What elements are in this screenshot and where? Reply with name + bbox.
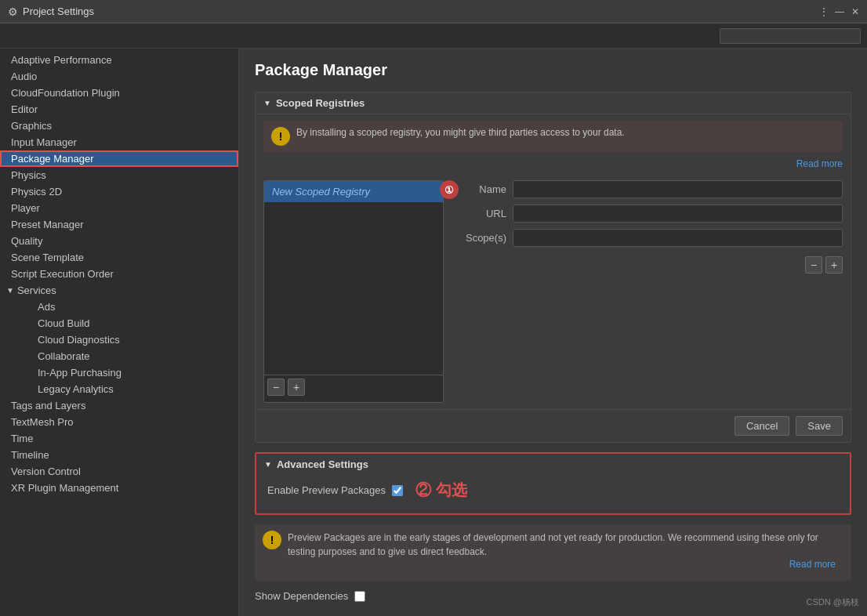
main-layout: Adaptive Performance Audio CloudFoundati… [0, 49, 867, 616]
scope-pm-controls: − + [452, 253, 843, 277]
adv-arrow: ▼ [264, 460, 272, 469]
close-btn[interactable]: ✕ [850, 6, 861, 17]
sidebar-item-cloudfoundation[interactable]: CloudFoundation Plugin [0, 85, 238, 101]
sidebar-item-physics[interactable]: Physics [0, 167, 238, 183]
sidebar-item-in-app-purchasing[interactable]: In-App Purchasing [19, 364, 238, 381]
enable-preview-row: Enable Preview Packages ② 勾选 [267, 480, 839, 501]
sidebar-item-version-control[interactable]: Version Control [0, 463, 238, 480]
settings-icon: ⚙ [8, 5, 18, 18]
sidebar-item-package-manager[interactable]: Package Manager [0, 150, 238, 167]
form-name-label: Name [452, 183, 506, 195]
form-url-row: URL [452, 205, 843, 223]
warning-text: By installing a scoped registry, you mig… [296, 127, 835, 138]
page-title: Package Manager [255, 61, 851, 79]
search-wrap [720, 28, 861, 44]
advanced-settings-header[interactable]: ▼ Advanced Settings [256, 454, 850, 475]
adv-label: Advanced Settings [277, 458, 368, 470]
sidebar-item-textmesh-pro[interactable]: TextMesh Pro [0, 414, 238, 430]
warning-icon: ! [271, 127, 290, 146]
show-dep-label: Show Dependencies [255, 590, 348, 602]
sidebar-item-quality[interactable]: Quality [0, 233, 238, 249]
sidebar-item-script-exec[interactable]: Script Execution Order [0, 266, 238, 282]
sidebar-item-timeline[interactable]: Timeline [0, 447, 238, 463]
enable-preview-label: Enable Preview Packages [267, 484, 386, 496]
form-scope-row: Scope(s) [452, 229, 843, 247]
show-dep-checkbox[interactable] [354, 591, 365, 602]
content-area: Package Manager ▼ Scoped Registries ! By… [239, 49, 867, 616]
sidebar-services-sub: Ads Cloud Build Cloud Diagnostics Collab… [0, 299, 238, 397]
sidebar: Adaptive Performance Audio CloudFoundati… [0, 49, 239, 616]
cancel-button[interactable]: Cancel [735, 416, 789, 436]
registry-body: ① New Scoped Registry − + Name [256, 174, 851, 409]
sidebar-item-adaptive-performance[interactable]: Adaptive Performance [0, 52, 238, 68]
preview-info-text: Preview Packages are in the early stages… [288, 531, 843, 559]
form-name-row: Name [452, 180, 843, 198]
minimize-btn[interactable]: — [834, 6, 845, 17]
window-title: Project Settings [23, 5, 94, 17]
services-label: Services [17, 284, 56, 296]
sidebar-item-cloud-build[interactable]: Cloud Build [19, 315, 238, 332]
sidebar-item-legacy-analytics[interactable]: Legacy Analytics [19, 381, 238, 397]
warning-box: ! By installing a scoped registry, you m… [263, 121, 843, 152]
services-arrow: ▼ [6, 286, 14, 295]
scoped-label: Scoped Registries [276, 97, 365, 109]
preview-info-box: ! Preview Packages are in the early stag… [255, 524, 851, 581]
info-icon: ! [263, 531, 281, 549]
search-input[interactable] [725, 31, 855, 42]
sidebar-item-time[interactable]: Time [0, 430, 238, 447]
sidebar-item-ads[interactable]: Ads [19, 299, 238, 315]
preview-read-more[interactable]: Read more [288, 559, 843, 574]
registry-remove-btn[interactable]: − [267, 379, 285, 396]
sidebar-item-audio[interactable]: Audio [0, 68, 238, 85]
form-scope-label: Scope(s) [452, 232, 506, 244]
sidebar-item-player[interactable]: Player [0, 200, 238, 216]
step2-annotation: ② 勾选 [415, 480, 467, 501]
form-url-label: URL [452, 208, 506, 219]
registry-list: New Scoped Registry − + [263, 180, 444, 403]
advanced-settings-section: ▼ Advanced Settings Enable Preview Packa… [255, 452, 851, 515]
sidebar-item-xr-plugin[interactable]: XR Plugin Management [0, 480, 238, 496]
scope-remove-btn[interactable]: − [805, 256, 822, 274]
sidebar-item-scene-template[interactable]: Scene Template [0, 249, 238, 266]
form-name-input[interactable] [513, 180, 843, 198]
menu-btn[interactable]: ⋮ [818, 6, 829, 17]
show-dependencies-row: Show Dependencies [255, 587, 851, 605]
registry-add-btn[interactable]: + [288, 379, 305, 396]
form-scope-input[interactable] [513, 229, 843, 247]
adv-body: Enable Preview Packages ② 勾选 [256, 475, 850, 513]
sidebar-item-collaborate[interactable]: Collaborate [19, 348, 238, 364]
read-more-link[interactable]: Read more [256, 158, 851, 174]
sidebar-item-preset-manager[interactable]: Preset Manager [0, 216, 238, 233]
enable-preview-checkbox[interactable] [392, 485, 403, 496]
registry-list-controls: − + [264, 375, 443, 399]
registry-form: Name URL Scope(s) − + [452, 180, 843, 403]
registry-list-item-new[interactable]: New Scoped Registry [264, 181, 443, 202]
sidebar-item-physics2d[interactable]: Physics 2D [0, 183, 238, 200]
scoped-arrow: ▼ [263, 99, 271, 107]
window-controls: ⋮ — ✕ [818, 6, 861, 17]
sidebar-section-services[interactable]: ▼ Services [0, 282, 238, 299]
sidebar-item-graphics[interactable]: Graphics [0, 118, 238, 134]
sidebar-item-editor[interactable]: Editor [0, 101, 238, 118]
scope-add-btn[interactable]: + [825, 256, 843, 274]
save-button[interactable]: Save [796, 416, 843, 436]
watermark: CSDN @杨枝 [807, 596, 859, 608]
sidebar-item-cloud-diagnostics[interactable]: Cloud Diagnostics [19, 332, 238, 348]
search-area [0, 24, 867, 49]
scoped-registries-header[interactable]: ▼ Scoped Registries [256, 92, 851, 114]
sidebar-item-tags-and-layers[interactable]: Tags and Layers [0, 397, 238, 414]
title-bar: ⚙ Project Settings ⋮ — ✕ [0, 0, 867, 24]
scoped-registries-section: ▼ Scoped Registries ! By installing a sc… [255, 92, 851, 443]
sidebar-item-input-manager[interactable]: Input Manager [0, 134, 238, 150]
form-url-input[interactable] [513, 205, 843, 223]
step1-marker: ① [440, 180, 459, 199]
action-btns: Cancel Save [256, 409, 851, 442]
